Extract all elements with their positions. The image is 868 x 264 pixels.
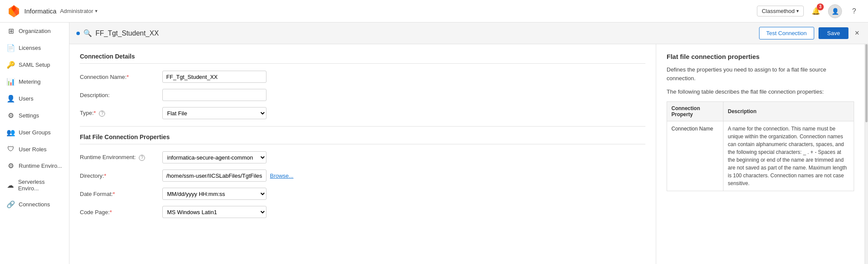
help-intro1: Defines the properties you need to assig… <box>667 65 854 82</box>
users-icon: 👤 <box>7 95 15 103</box>
table-cell-description: A name for the connection. This name mus… <box>723 121 854 191</box>
sidebar-label-saml: SAML Setup <box>19 62 50 68</box>
user-avatar-button[interactable]: 👤 <box>828 4 842 18</box>
close-button[interactable]: × <box>853 29 861 38</box>
browse-button[interactable]: Browse... <box>270 173 293 179</box>
metering-icon: 📊 <box>7 78 15 86</box>
sidebar-label-user-groups: User Groups <box>19 129 51 136</box>
runtime-icon: ⚙ <box>7 162 15 170</box>
date-format-select[interactable]: MM/dd/yyyy HH:mm:ss <box>162 188 266 200</box>
sidebar-item-user-roles[interactable]: 🛡 User Roles <box>0 141 69 157</box>
runtime-info-icon[interactable]: ? <box>139 155 145 161</box>
user-groups-icon: 👥 <box>7 128 15 137</box>
saml-icon: 🔑 <box>7 61 15 69</box>
notification-badge: 3 <box>817 3 824 10</box>
sidebar: ⊞ Organization 📄 Licenses 🔑 SAML Setup 📊… <box>0 23 69 264</box>
description-row: Description: <box>80 89 645 101</box>
sidebar-item-connections[interactable]: 🔗 Connections <box>0 196 69 213</box>
connections-icon: 🔗 <box>7 200 15 209</box>
table-header-property: Connection Property <box>667 101 723 121</box>
test-connection-button[interactable]: Test Connection <box>759 27 814 39</box>
topbar-left: Informatica Administrator ▾ <box>7 4 98 18</box>
sidebar-item-organization[interactable]: ⊞ Organization <box>0 23 69 39</box>
page-header-left: 🔍 FF_Tgt_Student_XX <box>76 29 159 37</box>
sidebar-label-users: Users <box>19 95 33 102</box>
description-label: Description: <box>80 92 162 98</box>
organization-icon: ⊞ <box>7 27 15 35</box>
code-page-select[interactable]: MS Windows Latin1 <box>162 206 266 218</box>
runtime-env-row: Runtime Environment: ? informatica-secur… <box>80 151 645 163</box>
table-cell-property: Connection Name <box>667 121 723 191</box>
help-panel: Flat file connection properties Defines … <box>656 44 865 264</box>
sidebar-item-runtime-enviro[interactable]: ⚙ Runtime Enviro... <box>0 157 69 174</box>
connection-type-icon: 🔍 <box>83 29 92 37</box>
directory-input[interactable] <box>162 169 266 182</box>
help-button[interactable]: ? <box>847 4 861 18</box>
form-panel: Connection Details Connection Name:* Des… <box>69 44 656 264</box>
page-header-right: Test Connection Save × <box>759 27 861 39</box>
settings-icon: ⚙ <box>7 111 15 120</box>
flat-file-title: Flat File Connection Properties <box>80 134 645 144</box>
sidebar-item-saml-setup[interactable]: 🔑 SAML Setup <box>0 56 69 73</box>
serverless-icon: ☁ <box>7 181 15 189</box>
sidebar-item-user-groups[interactable]: 👥 User Groups <box>0 124 69 141</box>
layout: ⊞ Organization 📄 Licenses 🔑 SAML Setup 📊… <box>0 23 868 264</box>
sidebar-label-metering: Metering <box>19 78 41 85</box>
type-info-icon[interactable]: ? <box>99 111 105 117</box>
sidebar-label-runtime: Runtime Enviro... <box>19 163 62 169</box>
notifications-button[interactable]: 🔔 3 <box>809 4 823 18</box>
form-area: Connection Details Connection Name:* Des… <box>69 44 868 264</box>
admin-selector[interactable]: Administrator ▾ <box>60 8 98 14</box>
licenses-icon: 📄 <box>7 44 15 52</box>
sidebar-item-metering[interactable]: 📊 Metering <box>0 73 69 90</box>
directory-input-group: Browse... <box>162 169 293 182</box>
connection-name-input[interactable] <box>162 71 266 83</box>
connection-name-label: Connection Name:* <box>80 74 162 80</box>
page-header: 🔍 FF_Tgt_Student_XX Test Connection Save… <box>69 23 868 44</box>
status-dot <box>76 32 80 35</box>
sidebar-label-user-roles: User Roles <box>19 146 46 153</box>
runtime-env-select[interactable]: informatica-secure-agent-common <box>162 151 266 163</box>
user-roles-icon: 🛡 <box>7 145 15 153</box>
table-header-description: Description <box>723 101 854 121</box>
save-button[interactable]: Save <box>819 27 849 39</box>
sidebar-label-connections: Connections <box>19 201 50 208</box>
org-chevron-icon: ▾ <box>796 8 799 14</box>
description-input[interactable] <box>162 89 266 101</box>
scrollbar-thumb[interactable] <box>865 44 868 122</box>
sidebar-label-licenses: Licenses <box>19 45 41 51</box>
org-selector[interactable]: Classmethod ▾ <box>757 6 804 16</box>
topbar-right: Classmethod ▾ 🔔 3 👤 ? <box>757 4 861 18</box>
question-icon: ? <box>852 7 856 15</box>
help-title: Flat file connection properties <box>667 53 854 60</box>
connection-details-title: Connection Details <box>80 53 645 64</box>
informatica-logo <box>7 4 21 18</box>
help-table: Connection Property Description Connecti… <box>667 101 854 191</box>
sidebar-label-serverless: Serverless Enviro... <box>18 179 64 192</box>
section-divider <box>80 126 645 127</box>
sidebar-label-settings: Settings <box>19 112 39 119</box>
sidebar-label-organization: Organization <box>19 28 51 34</box>
type-select[interactable]: Flat File <box>162 107 266 119</box>
code-page-label: Code Page:* <box>80 209 162 215</box>
directory-row: Directory:* Browse... <box>80 169 645 182</box>
type-label: Type:* ? <box>80 110 162 117</box>
sidebar-item-users[interactable]: 👤 Users <box>0 90 69 107</box>
sidebar-item-settings[interactable]: ⚙ Settings <box>0 107 69 124</box>
help-intro2: The following table describes the flat f… <box>667 88 854 96</box>
page-title: FF_Tgt_Student_XX <box>95 29 159 37</box>
scrollbar-track[interactable] <box>865 44 868 264</box>
connection-name-row: Connection Name:* <box>80 71 645 83</box>
table-row: Connection Name A name for the connectio… <box>667 121 854 191</box>
app-name: Informatica <box>24 7 56 15</box>
date-format-row: Date Format:* MM/dd/yyyy HH:mm:ss <box>80 188 645 200</box>
directory-label: Directory:* <box>80 173 162 179</box>
topbar: Informatica Administrator ▾ Classmethod … <box>0 0 868 23</box>
date-format-label: Date Format:* <box>80 191 162 197</box>
main-content: 🔍 FF_Tgt_Student_XX Test Connection Save… <box>69 23 868 264</box>
sidebar-item-serverless[interactable]: ☁ Serverless Enviro... <box>0 174 69 196</box>
user-icon: 👤 <box>832 8 839 15</box>
sidebar-item-licenses[interactable]: 📄 Licenses <box>0 39 69 56</box>
required-star: * <box>127 74 129 80</box>
runtime-env-label: Runtime Environment: ? <box>80 154 162 161</box>
